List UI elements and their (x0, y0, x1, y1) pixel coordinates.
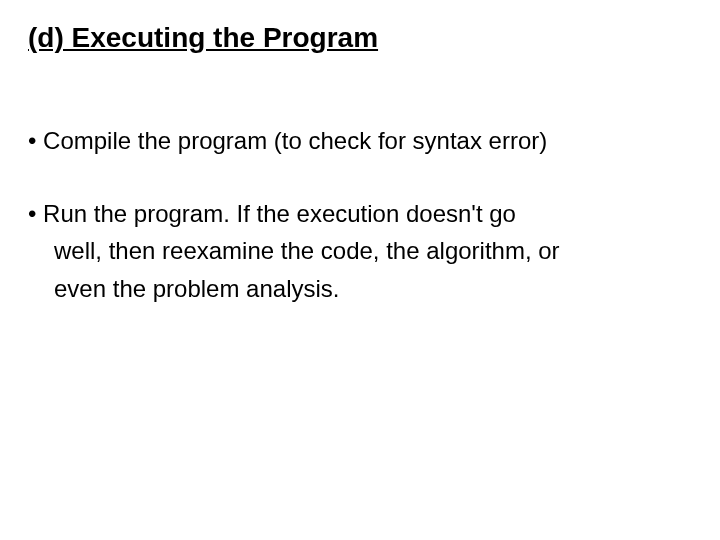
bullet-text-line-3: even the problem analysis. (28, 270, 692, 307)
bullet-text-line-1: • Run the program. If the execution does… (28, 195, 692, 232)
bullet-item-2: • Run the program. If the execution does… (28, 195, 692, 307)
section-heading: (d) Executing the Program (28, 22, 692, 54)
bullet-item-1: • Compile the program (to check for synt… (28, 122, 692, 159)
bullet-text: • Compile the program (to check for synt… (28, 122, 692, 159)
bullet-text-line-2: well, then reexamine the code, the algor… (28, 232, 692, 269)
